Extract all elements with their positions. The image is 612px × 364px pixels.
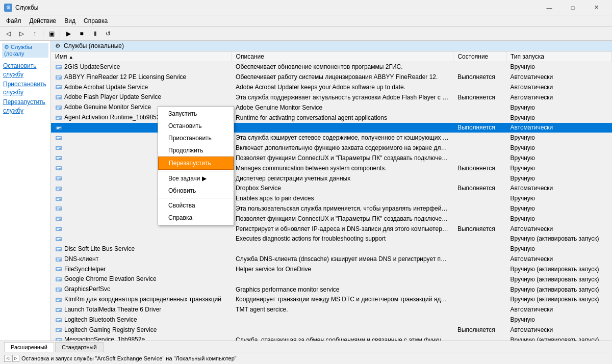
svg-rect-49 [57,228,61,229]
table-row[interactable]: ABBYY FineReader 12 PE Licensing Service… [51,72,612,82]
svg-rect-79 [57,329,61,330]
table-row[interactable]: Adobe Genuine Monitor ServiceAdobe Genui… [51,102,612,113]
table-row[interactable]: Google Chrome Elevation ServiceВручную (… [51,274,612,284]
menu-help[interactable]: Справка [80,16,112,25]
table-row[interactable]: Enables apps to pair devicesВручную [51,193,612,203]
nav-forward-btn[interactable]: ▷ [12,355,19,362]
close-button[interactable]: ✕ [584,0,608,15]
ctx-item-справка[interactable]: Справка [158,212,234,224]
toolbar-console[interactable]: ▣ [45,28,58,39]
status-bar: ◁ ▷ Остановка и запуск службы "ArcSoft E… [0,352,612,364]
ctx-item-свойства[interactable]: Свойства [158,199,234,212]
ctx-item-обновить[interactable]: Обновить [158,185,234,197]
toolbar-start[interactable]: ▶ [62,28,74,39]
svg-rect-1 [57,66,61,67]
ctx-item-перезапустить[interactable]: Перезапустить [158,157,234,170]
table-row[interactable]: 2GIS UpdateServiceОбеспечивает обновлени… [51,62,612,72]
toolbar-up[interactable]: ↑ [29,28,41,39]
svg-rect-64 [57,278,61,279]
minimize-button[interactable]: — [538,0,561,15]
svg-rect-7 [57,86,61,87]
ctx-item-запустить[interactable]: Запустить [158,108,234,120]
table-row[interactable]: Эта служба кэширует сетевое содержимое, … [51,133,612,143]
toolbar-forward[interactable]: ▷ [15,28,28,39]
table-row[interactable]: ВыполняетсяАвтоматически [51,122,612,133]
table-row[interactable]: Executes diagnostic actions for troubles… [51,234,612,244]
stop-service-link[interactable]: Остановить службу [3,62,47,79]
table-header-row: Имя ▲ Описание Состояние Тип запуска [51,51,612,62]
table-row[interactable]: Adobe Acrobat Update ServiceAdobe Acroba… [51,82,612,92]
table-row[interactable]: Позволяет функциям ConnectUX и "Параметр… [51,214,612,224]
table-row[interactable]: Launch TotalMedia Theatre 6 DriverTMT ag… [51,304,612,315]
window-title: Службы [15,4,38,11]
table-row[interactable]: Disc Soft Lite Bus ServiceВручную [51,244,612,254]
toolbar-stop[interactable]: ■ [75,28,88,39]
ctx-item-приостановить[interactable]: Приостановить [158,132,234,144]
table-row[interactable]: Adobe Flash Player Update ServiceЭта слу… [51,92,612,102]
table-row[interactable]: Agent Activation Runtime_1bb9852eRuntime… [51,113,612,123]
restart-service-link[interactable]: Перезапустить службу [3,98,47,115]
table-row[interactable]: GraphicsPerfSvcGraphics performance moni… [51,284,612,295]
table-row[interactable]: Manages communication between system com… [51,163,612,173]
ctx-separator [158,198,234,198]
ctx-item-продолжить[interactable]: Продолжить [158,144,234,157]
pause-service-link[interactable]: Приостановить службу [3,80,47,97]
svg-rect-23 [57,138,59,139]
svg-rect-34 [57,177,61,178]
maximize-button[interactable]: □ [561,0,584,15]
svg-rect-72 [56,308,62,312]
col-desc[interactable]: Описание [232,51,453,62]
col-startup[interactable]: Тип запуска [506,51,611,62]
ctx-item-остановить[interactable]: Остановить [158,120,234,132]
svg-rect-12 [56,106,62,110]
table-row[interactable]: Включает дополнительную функцию захвата … [51,143,612,153]
svg-rect-73 [57,309,61,310]
tab-standard[interactable]: Стандартный [55,342,104,352]
menu-file[interactable]: Файл [2,16,26,25]
tab-extended[interactable]: Расширенный [4,342,54,352]
svg-rect-17 [57,118,59,119]
menu-action[interactable]: Действие [26,16,61,25]
table-row[interactable]: Позволяет функциям ConnectUX и "Параметр… [51,153,612,163]
table-row[interactable]: DNS-клиентСлужба DNS-клиента (dnscache) … [51,254,612,264]
left-panel-links: Остановить службу Приостановить службу П… [2,61,48,116]
svg-rect-77 [57,320,59,321]
svg-rect-27 [56,156,62,160]
svg-rect-48 [56,227,62,231]
col-status[interactable]: Состояние [453,51,506,62]
table-row[interactable]: Dropbox ServiceВыполняетсяАвтоматически [51,183,612,193]
ctx-item-все-задачи[interactable]: Все задачи ▶ [158,172,234,185]
toolbar-back[interactable]: ◁ [2,28,14,39]
nav-back-btn[interactable]: ◁ [4,355,11,362]
left-panel-header: ⚙ Службы (локалу [2,43,48,58]
table-row[interactable]: Эта пользовательская служба применяется,… [51,203,612,214]
svg-rect-28 [57,157,61,158]
svg-rect-78 [56,328,62,332]
table-row[interactable]: Диспетчер регистрации учетных данныхВруч… [51,173,612,184]
svg-rect-20 [57,128,59,129]
table-row[interactable]: Регистрирует и обновляет IP-адреса и DNS… [51,224,612,234]
svg-rect-69 [56,298,62,302]
svg-rect-53 [57,239,59,240]
svg-rect-45 [56,217,62,221]
col-name[interactable]: Имя ▲ [51,51,232,62]
table-row[interactable]: KtmRm для координатора распределенных тр… [51,295,612,305]
menu-view[interactable]: Вид [60,16,80,25]
toolbar-pause[interactable]: ⏸ [89,28,101,39]
svg-rect-3 [56,75,62,80]
table-row[interactable]: Logitech Gaming Registry ServiceВыполняе… [51,325,612,335]
svg-rect-62 [57,270,59,271]
svg-rect-36 [56,187,62,191]
table-row[interactable]: MessagingService_1bb9852eСлужба, отвечаю… [51,335,612,341]
svg-rect-70 [57,299,61,300]
table-row[interactable]: FileSyncHelperHelper service for OneDriv… [51,264,612,274]
svg-rect-26 [57,148,59,149]
table-row[interactable]: Logitech Bluetooth ServiceВручную [51,315,612,325]
services-tbody: 2GIS UpdateServiceОбеспечивает обновлени… [51,62,612,341]
toolbar-restart[interactable]: ↺ [102,28,114,39]
services-table[interactable]: Имя ▲ Описание Состояние Тип запуска 2GI… [51,51,612,341]
svg-rect-31 [57,167,61,168]
svg-rect-11 [57,98,59,99]
window-controls: — □ ✕ [538,0,608,15]
svg-rect-61 [57,268,61,269]
